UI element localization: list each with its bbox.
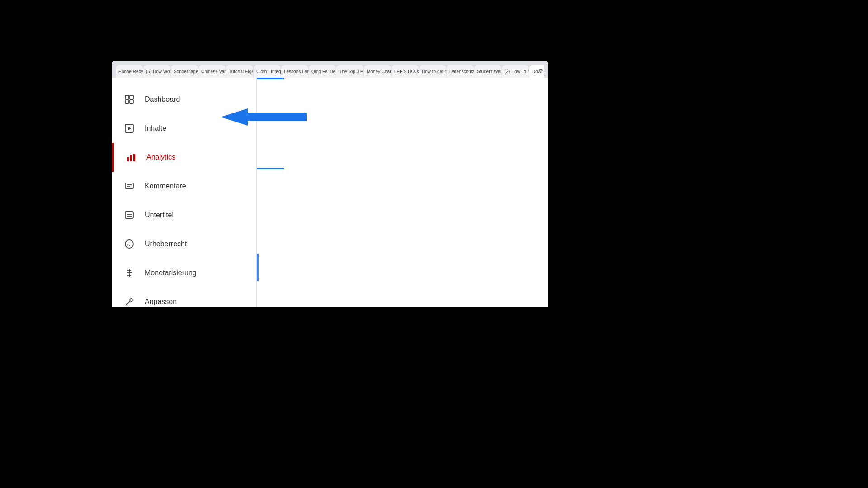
loading-bar-bottom	[257, 254, 259, 281]
tab-student[interactable]: Student Wants...	[474, 65, 501, 78]
tab-phone-recycling[interactable]: Phone Recycling...	[116, 65, 143, 78]
tab-cloth[interactable]: Cloth - Integrate...	[254, 65, 281, 78]
tab-howtoadd[interactable]: (2) How To Add...	[502, 65, 529, 78]
sidebar-item-urheberrecht-label: Urheberrecht	[145, 240, 187, 248]
sidebar-item-kommentare[interactable]: Kommentare	[112, 172, 256, 201]
svg-text:c: c	[127, 242, 130, 247]
svg-rect-8	[133, 154, 135, 161]
sidebar-item-monetarisierung[interactable]: Monetarisierung	[112, 258, 256, 287]
tab-top3[interactable]: The Top 3 Platfo...	[336, 65, 363, 78]
tab-lessons[interactable]: Lessons Learned...	[281, 65, 308, 78]
svg-rect-12	[125, 212, 133, 218]
sidebar-item-anpassen[interactable]: Anpassen	[112, 287, 256, 307]
tab-how-working[interactable]: (5) How Working...	[143, 65, 170, 78]
sidebar-item-monetarisierung-label: Monetarisierung	[145, 269, 197, 277]
untertitel-icon	[123, 209, 136, 221]
window-minimize-btn[interactable]: –	[539, 65, 542, 72]
kommentare-icon	[123, 180, 136, 192]
svg-rect-7	[130, 155, 132, 161]
tab-money[interactable]: Money Changes...	[364, 65, 391, 78]
browser-content: Dashboard Inhalte	[112, 78, 548, 307]
sidebar-item-urheberrecht[interactable]: c Urheberrecht	[112, 230, 256, 258]
sidebar-item-kommentare-label: Kommentare	[145, 182, 186, 190]
svg-rect-3	[130, 100, 133, 103]
svg-rect-2	[125, 100, 129, 103]
inhalte-icon	[123, 122, 136, 135]
tab-strip: Phone Recycling... (5) How Working... So…	[116, 61, 544, 78]
sidebar-item-analytics-label: Analytics	[146, 153, 175, 161]
main-content-area	[257, 78, 548, 307]
sidebar-item-untertitel[interactable]: Untertitel	[112, 201, 256, 230]
browser-window: Phone Recycling... (5) How Working... So…	[112, 61, 548, 307]
svg-rect-0	[125, 95, 129, 99]
monetarisierung-icon	[123, 267, 136, 279]
svg-marker-5	[128, 127, 131, 130]
tab-qing[interactable]: Qing Fei De Yi...	[309, 65, 336, 78]
svg-rect-9	[125, 183, 133, 188]
sidebar-item-dashboard-label: Dashboard	[145, 95, 180, 103]
tab-tutorial[interactable]: Tutorial Eigene...	[226, 65, 253, 78]
sidebar-item-untertitel-label: Untertitel	[145, 211, 174, 219]
tab-howtoget[interactable]: How to get more...	[419, 65, 446, 78]
svg-point-19	[130, 299, 132, 301]
browser-tabs-bar: Phone Recycling... (5) How Working... So…	[112, 61, 548, 78]
analytics-icon	[125, 151, 137, 164]
sidebar-item-analytics[interactable]: Analytics	[112, 143, 256, 172]
dashboard-icon	[123, 93, 136, 106]
anpassen-icon	[123, 296, 136, 307]
sidebar-item-inhalte-label: Inhalte	[145, 124, 166, 132]
svg-rect-1	[130, 95, 133, 99]
urheberrecht-icon: c	[123, 238, 136, 250]
svg-rect-6	[127, 157, 129, 161]
tab-datenschutz[interactable]: Datenschutz - Re...	[447, 65, 474, 78]
loading-bar-top	[257, 78, 284, 79]
tab-lee[interactable]: LEE'S HOUSE...	[392, 65, 419, 78]
sidebar-item-dashboard[interactable]: Dashboard	[112, 85, 256, 114]
tab-sonder[interactable]: Sondernagebot...	[171, 65, 198, 78]
loading-bar-mid	[257, 168, 284, 169]
sidebar-item-anpassen-label: Anpassen	[145, 298, 177, 306]
sidebar-nav: Dashboard Inhalte	[112, 78, 257, 307]
tab-chinese[interactable]: Chinese Variable...	[198, 65, 226, 78]
sidebar-item-inhalte[interactable]: Inhalte	[112, 114, 256, 143]
